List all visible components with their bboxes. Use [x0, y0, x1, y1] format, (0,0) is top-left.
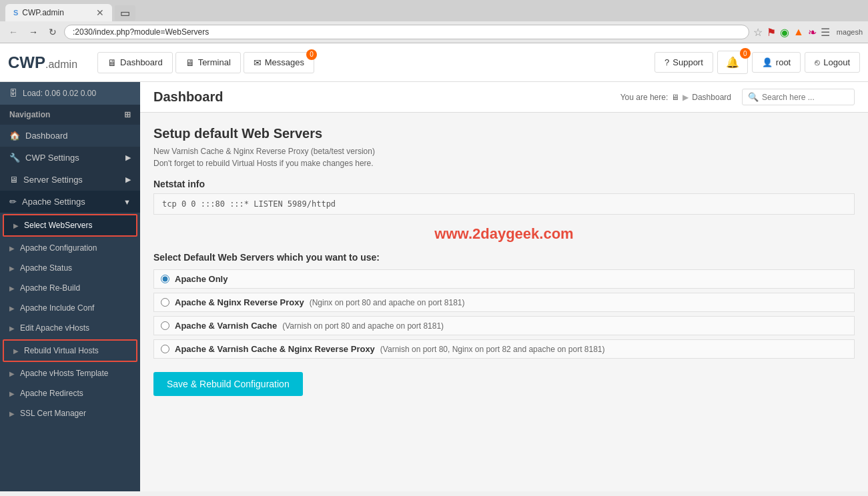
radio-apache-nginx[interactable]: [161, 298, 169, 307]
sidebar-item-edit-apache-vhosts[interactable]: ▶ Edit Apache vHosts: [0, 318, 140, 338]
logout-button[interactable]: ⎋ Logout: [805, 52, 860, 73]
new-tab-button[interactable]: ▭: [115, 5, 135, 21]
option-apache-varnish-nginx-name: Apache & Varnish Cache & Nginx Reverse P…: [175, 344, 375, 354]
tab-title: CWP.admin: [22, 8, 63, 17]
tab-favicon: S: [13, 9, 18, 17]
apache-include-conf-label: Apache Include Conf: [20, 303, 94, 313]
select-webservers-label: Select Default Web Servers which you wan…: [153, 252, 855, 263]
sidebar-item-apache-configuration[interactable]: ▶ Apache Configuration: [0, 238, 140, 258]
save-rebuild-button[interactable]: Save & Rebuild Configuration: [153, 372, 303, 396]
apache-redirects-label: Apache Redirects: [20, 389, 83, 398]
server-settings-toggle[interactable]: 🖥 Server Settings ▶: [0, 169, 140, 191]
server-icon: 🖥: [9, 175, 18, 185]
search-box: 🔍: [742, 89, 855, 105]
radio-apache-only[interactable]: [161, 275, 169, 283]
sidebar-item-apache-vhosts-template[interactable]: ▶ Apache vHosts Template: [0, 363, 140, 383]
netstat-label: Netstat info: [153, 179, 855, 189]
support-button[interactable]: ? Support: [655, 52, 713, 73]
search-input[interactable]: [762, 93, 849, 102]
user-icon: 👤: [762, 57, 773, 67]
forward-button[interactable]: →: [25, 25, 41, 39]
nav-icons: ☆ ⚑ ◉ ▲ ❧ ☰: [753, 26, 830, 39]
search-icon: 🔍: [748, 92, 759, 102]
apache-vhosts-template-label: Apache vHosts Template: [20, 369, 109, 378]
content-header-title: Dashboard: [153, 89, 223, 105]
apache-rebuild-label: Apache Re-Build: [20, 283, 80, 293]
navigation-header: Navigation ⊞: [0, 105, 140, 125]
menu-icon[interactable]: ☰: [821, 26, 830, 39]
monitor-breadcrumb-icon: 🖥: [671, 93, 679, 102]
notifications-badge: 0: [740, 48, 751, 59]
bullet-icon-4: ▶: [9, 285, 15, 292]
apache-settings-toggle[interactable]: ✏ Apache Settings ▼: [0, 191, 140, 213]
nav-bar: ← → ↻ ☆ ⚑ ◉ ▲ ❧ ☰ magesh: [0, 21, 868, 43]
bullet-icon-5: ▶: [9, 305, 15, 312]
extension-icon-3[interactable]: ▲: [793, 26, 804, 38]
browser-tab[interactable]: S CWP.admin ✕: [5, 4, 112, 21]
server-chevron-icon: ▶: [125, 175, 131, 184]
sidebar-item-select-webservers[interactable]: ▶ Select WebServers: [4, 215, 136, 235]
option-apache-only-name: Apache Only: [175, 274, 228, 284]
sidebar-item-apache-redirects[interactable]: ▶ Apache Redirects: [0, 383, 140, 403]
new-tab-area: ▭: [115, 5, 135, 21]
sidebar-item-apache-status[interactable]: ▶ Apache Status: [0, 258, 140, 278]
terminal-nav-button[interactable]: 🖥 Terminal: [175, 52, 241, 73]
sidebar-item-apache-rebuild[interactable]: ▶ Apache Re-Build: [0, 278, 140, 298]
apache-configuration-label: Apache Configuration: [20, 243, 97, 253]
netstat-section: Netstat info tcp 0 0 :::80 :::* LISTEN 5…: [153, 179, 855, 215]
back-button[interactable]: ←: [5, 25, 21, 39]
extension-icon-2[interactable]: ◉: [780, 26, 789, 39]
option-apache-nginx[interactable]: Apache & Nginx Reverse Proxy (Nginx on p…: [153, 293, 855, 312]
sidebar-item-dashboard[interactable]: 🏠 Dashboard: [0, 125, 140, 147]
option-apache-only[interactable]: Apache Only: [153, 269, 855, 289]
monitor-icon: 🖥: [107, 57, 117, 68]
user-button[interactable]: 👤 root: [752, 52, 801, 73]
main-layout: 🗄 Load: 0.06 0.02 0.00 Navigation ⊞ 🏠 Da…: [0, 82, 868, 491]
option-apache-varnish[interactable]: Apache & Varnish Cache (Varnish on port …: [153, 316, 855, 335]
layout-icon: ⊞: [124, 110, 131, 119]
address-bar[interactable]: [64, 25, 749, 39]
messages-nav-button[interactable]: ✉ Messages 0: [244, 52, 314, 73]
breadcrumb-here: You are here:: [620, 93, 669, 102]
rebuild-virtual-hosts-label: Rebuild Virtual Hosts: [24, 346, 99, 355]
extension-icon-1[interactable]: ⚑: [767, 26, 776, 39]
tab-close-button[interactable]: ✕: [96, 7, 104, 18]
top-navbar: CWP.admin 🖥 Dashboard 🖥 Terminal ✉ Messa…: [0, 43, 868, 82]
terminal-icon: 🖥: [185, 57, 195, 68]
sidebar-item-rebuild-virtual-hosts[interactable]: ▶ Rebuild Virtual Hosts: [4, 341, 136, 361]
notifications-button[interactable]: 🔔 0: [717, 51, 748, 74]
support-label: Support: [673, 57, 703, 67]
bullet-icon-1: ▶: [13, 222, 19, 229]
bullet-icon-7: ▶: [13, 347, 19, 355]
home-icon: 🏠: [9, 131, 20, 141]
cwp-settings-toggle[interactable]: 🔧 CWP Settings ▶: [0, 147, 140, 169]
edit-apache-vhosts-label: Edit Apache vHosts: [20, 323, 89, 333]
apache-chevron-icon: ▼: [123, 198, 131, 206]
option-apache-nginx-name: Apache & Nginx Reverse Proxy: [175, 297, 304, 307]
radio-apache-varnish[interactable]: [161, 321, 169, 330]
content-area: Dashboard You are here: 🖥 ▶ Dashboard 🔍: [140, 82, 868, 491]
top-nav-items: 🖥 Dashboard 🖥 Terminal ✉ Messages 0: [97, 52, 314, 73]
option-apache-varnish-nginx[interactable]: Apache & Varnish Cache & Nginx Reverse P…: [153, 339, 855, 359]
dashboard-nav-button[interactable]: 🖥 Dashboard: [97, 52, 173, 73]
content-body: Setup default Web Servers New Varnish Ca…: [140, 113, 868, 409]
radio-apache-varnish-nginx[interactable]: [161, 345, 169, 353]
bullet-icon-8: ▶: [9, 370, 15, 377]
sidebar-item-apache-include-conf[interactable]: ▶ Apache Include Conf: [0, 298, 140, 318]
netstat-box: tcp 0 0 :::80 :::* LISTEN 5989/httpd: [153, 193, 855, 215]
server-load: 🗄 Load: 0.06 0.02 0.00: [0, 82, 140, 105]
sidebar-section-cwp: 🔧 CWP Settings ▶: [0, 147, 140, 169]
logo: CWP.admin: [8, 53, 77, 72]
option-apache-varnish-name: Apache & Varnish Cache: [175, 321, 277, 331]
question-icon: ?: [665, 57, 669, 67]
sidebar-item-ssl-cert-manager[interactable]: ▶ SSL Cert Manager: [0, 403, 140, 423]
rebuild-virtual-hosts-section: ▶ Rebuild Virtual Hosts: [3, 339, 137, 362]
dashboard-nav-label: Dashboard: [120, 57, 163, 67]
server-settings-label: Server Settings: [23, 175, 83, 185]
cwp-chevron-icon: ▶: [125, 153, 131, 162]
app: CWP.admin 🖥 Dashboard 🖥 Terminal ✉ Messa…: [0, 43, 868, 491]
extension-icon-4[interactable]: ❧: [808, 26, 817, 39]
bookmark-icon[interactable]: ☆: [753, 26, 763, 39]
refresh-button[interactable]: ↻: [45, 25, 60, 39]
apache-status-label: Apache Status: [20, 263, 72, 273]
